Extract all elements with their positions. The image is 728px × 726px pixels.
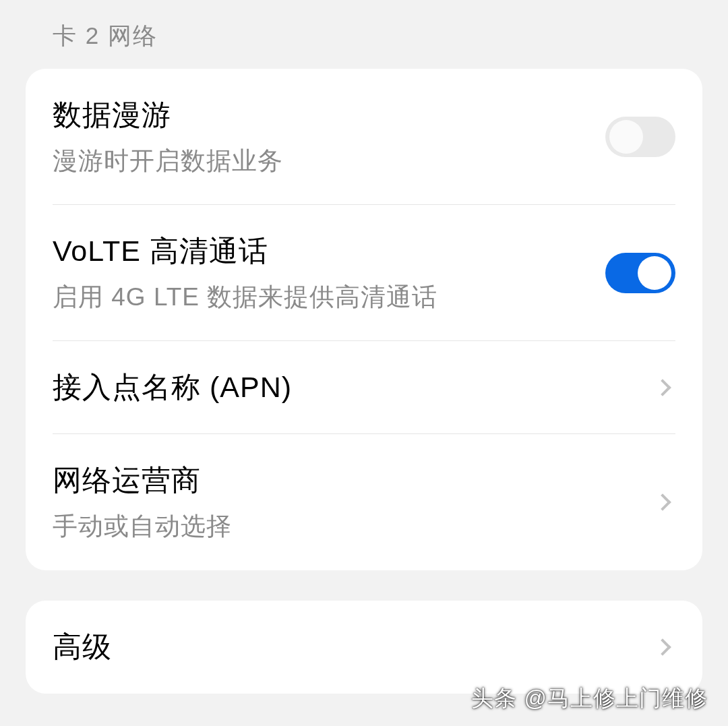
row-text: VoLTE 高清通话 启用 4G LTE 数据来提供高清通话 (53, 232, 605, 314)
volte-toggle[interactable] (605, 253, 675, 293)
chevron-right-icon (654, 638, 671, 655)
settings-group-1: 数据漫游 漫游时开启数据业务 VoLTE 高清通话 启用 4G LTE 数据来提… (26, 69, 702, 570)
carrier-row[interactable]: 网络运营商 手动或自动选择 (26, 434, 702, 570)
row-subtitle: 启用 4G LTE 数据来提供高清通话 (53, 280, 605, 314)
row-title: VoLTE 高清通话 (53, 232, 605, 271)
settings-group-2: 高级 (26, 601, 702, 694)
toggle-knob (638, 256, 671, 290)
row-title: 接入点名称 (APN) (53, 368, 657, 407)
data-roaming-row[interactable]: 数据漫游 漫游时开启数据业务 (26, 69, 702, 205)
row-text: 高级 (53, 628, 657, 667)
volte-row[interactable]: VoLTE 高清通话 启用 4G LTE 数据来提供高清通话 (26, 205, 702, 341)
row-title: 高级 (53, 628, 657, 667)
row-text: 数据漫游 漫游时开启数据业务 (53, 96, 605, 178)
watermark: 头条 @马上修上门维修 (471, 684, 708, 714)
row-title: 数据漫游 (53, 96, 605, 135)
advanced-row[interactable]: 高级 (26, 601, 702, 694)
apn-row[interactable]: 接入点名称 (APN) (26, 341, 702, 434)
chevron-right-icon (654, 493, 671, 510)
data-roaming-toggle[interactable] (605, 117, 675, 157)
row-text: 网络运营商 手动或自动选择 (53, 461, 657, 543)
toggle-knob (609, 120, 643, 154)
row-text: 接入点名称 (APN) (53, 368, 657, 407)
row-subtitle: 手动或自动选择 (53, 510, 657, 543)
row-title: 网络运营商 (53, 461, 657, 500)
row-subtitle: 漫游时开启数据业务 (53, 144, 605, 178)
section-header: 卡 2 网络 (0, 0, 728, 69)
chevron-right-icon (654, 379, 671, 396)
